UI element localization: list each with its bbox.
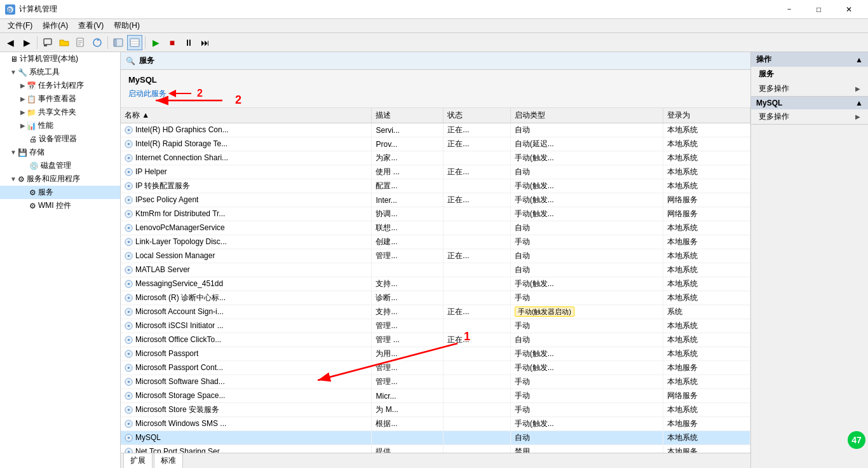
service-startup: 自动 [510, 123, 663, 137]
sidebar-services-label: 服务 [38, 187, 53, 198]
wmi-icon: ⚙ [29, 202, 36, 210]
service-startup: 自动 [510, 165, 663, 179]
menu-help[interactable]: 帮助(H) [109, 19, 145, 32]
sidebar-item-computer[interactable]: 🖥 计算机管理(本地) [0, 52, 120, 65]
sidebar-item-wmi[interactable]: ⚙ WMI 控件 [0, 199, 120, 212]
col-status[interactable]: 状态 [444, 108, 510, 123]
right-item-more-actions-1[interactable]: 更多操作 ▶ [751, 81, 868, 96]
tree-arrow: ▶ [20, 82, 25, 89]
minimize-button[interactable]: － [775, 0, 803, 19]
table-row[interactable]: Microsoft Account Sign-i...支持...正在...手动(… [121, 305, 750, 319]
table-row[interactable]: Intel(R) Rapid Storage Te...Prov...正在...… [121, 137, 750, 151]
service-name: IP 转换配置服务 [121, 179, 372, 193]
toolbar-folder[interactable] [57, 35, 72, 50]
col-startup[interactable]: 启动类型 [510, 108, 663, 123]
service-name: Net.Tcp Port Sharing Ser... [121, 445, 372, 453]
table-row[interactable]: Microsoft Store 安装服务为 M...手动本地系统 [121, 403, 750, 417]
svg-point-28 [128, 325, 130, 327]
close-button[interactable]: ✕ [834, 0, 863, 19]
svg-point-20 [128, 213, 130, 216]
service-desc: 配置... [372, 179, 444, 193]
right-item-more-actions-2[interactable]: 更多操作 ▶ [751, 109, 868, 124]
window-title: 计算机管理 [19, 4, 57, 15]
toolbar-pause[interactable]: ⏸ [181, 35, 196, 50]
table-row[interactable]: Microsoft Windows SMS ...根据...手动(触发...本地… [121, 417, 750, 431]
service-status: 正在... [444, 137, 510, 151]
search-label: 服务 [139, 55, 154, 66]
tab-extended[interactable]: 扩展 [123, 453, 153, 468]
sidebar-item-disk[interactable]: 💿 磁盘管理 [0, 159, 120, 172]
col-desc[interactable]: 描述 [372, 108, 444, 123]
toolbar-play[interactable]: ▶ [148, 35, 163, 50]
svg-point-22 [128, 241, 130, 244]
table-row[interactable]: MATLAB Server自动本地系统 [121, 263, 750, 277]
table-row[interactable]: IPsec Policy AgentInter...正在...手动(触发...网… [121, 193, 750, 207]
sidebar-item-tasks[interactable]: ▶ 📅 任务计划程序 [0, 79, 120, 92]
menu-action[interactable]: 操作(A) [37, 19, 73, 32]
toolbar-view-list[interactable] [127, 35, 142, 50]
maximize-button[interactable]: □ [804, 0, 833, 19]
service-desc: Servi... [372, 123, 444, 137]
toolbar-sep-2 [107, 36, 108, 49]
table-row[interactable]: MessagingService_451dd支持...手动(触发...本地系统 [121, 277, 750, 291]
table-row[interactable]: Microsoft Passport Cont...管理...手动(触发...本… [121, 361, 750, 375]
menu-view[interactable]: 查看(V) [73, 19, 109, 32]
toolbar-properties[interactable] [73, 35, 88, 50]
service-desc: 为 M... [372, 403, 444, 417]
start-service-link[interactable]: 启动此服务 [128, 88, 166, 99]
toolbar-refresh[interactable] [90, 35, 105, 50]
service-startup: 自动(延迟... [510, 137, 663, 151]
service-startup: 自动 [510, 431, 663, 445]
service-login: 本地服务 [663, 445, 750, 453]
table-row[interactable]: Microsoft Software Shad...管理...手动本地系统 [121, 375, 750, 389]
table-row[interactable]: Local Session Manager管理...正在...自动本地系统 [121, 249, 750, 263]
toolbar-back[interactable]: ◀ [3, 35, 18, 50]
table-row[interactable]: Internet Connection Shari...为家...手动(触发..… [121, 151, 750, 165]
sidebar-section-storage[interactable]: ▼ 💾 存储 [0, 146, 120, 159]
table-row[interactable]: Microsoft iSCSI Initiator ...管理...手动本地系统 [121, 319, 750, 333]
tab-standard[interactable]: 标准 [154, 453, 183, 468]
service-status: 正在... [444, 123, 510, 137]
table-row[interactable]: KtmRm for Distributed Tr...协调...手动(触发...… [121, 207, 750, 221]
table-row[interactable]: Microsoft Passport为用...手动(触发...本地系统 [121, 347, 750, 361]
service-desc: Micr... [372, 389, 444, 403]
collapse-icon-2: ▲ [855, 99, 863, 107]
table-row[interactable]: Intel(R) HD Graphics Con...Servi...正在...… [121, 123, 750, 137]
table-row[interactable]: Microsoft Storage Space...Micr...手动网络服务 [121, 389, 750, 403]
right-item-services[interactable]: 服务 [751, 67, 868, 81]
service-status [444, 319, 510, 333]
sidebar-section-tools[interactable]: ▼ 🔧 系统工具 [0, 65, 120, 79]
sidebar-item-shared[interactable]: ▶ 📁 共享文件夹 [0, 106, 120, 119]
table-row[interactable]: Link-Layer Topology Disc...创建...手动本地服务 [121, 235, 750, 249]
table-row[interactable]: IP 转换配置服务配置...手动(触发...本地系统 [121, 179, 750, 193]
toolbar-restart[interactable]: ⏭ [198, 35, 213, 50]
toolbar-forward[interactable]: ▶ [19, 35, 34, 50]
service-login: 本地系统 [663, 123, 750, 137]
service-desc: 为家... [372, 151, 444, 165]
service-name: Microsoft Passport [121, 347, 372, 361]
right-section-mysql: MySQL ▲ 更多操作 ▶ [751, 97, 868, 125]
sidebar-item-services[interactable]: ⚙ 服务 [0, 186, 120, 199]
sidebar-item-perf[interactable]: ▶ 📊 性能 [0, 119, 120, 132]
table-row[interactable]: LenovoPcManagerService联想...自动本地系统 [121, 221, 750, 235]
col-name[interactable]: 名称 ▲ [121, 108, 372, 123]
service-startup: 自动 [510, 249, 663, 263]
sidebar-section-svcapp[interactable]: ▼ ⚙ 服务和应用程序 [0, 172, 120, 186]
table-row[interactable]: Microsoft Office ClickTo...管理 ...正在...自动… [121, 333, 750, 347]
service-login: 本地系统 [663, 431, 750, 445]
table-row[interactable]: IP Helper使用 ...正在...自动本地系统 [121, 165, 750, 179]
service-login: 本地系统 [663, 263, 750, 277]
service-name: Intel(R) HD Graphics Con... [121, 123, 372, 137]
toolbar-stop[interactable]: ■ [165, 35, 180, 50]
sidebar-item-events[interactable]: ▶ 📋 事件查看器 [0, 92, 120, 106]
toolbar-up[interactable] [40, 35, 55, 50]
table-row[interactable]: MySQL自动本地系统 [121, 431, 750, 445]
menu-file[interactable]: 文件(F) [3, 19, 37, 32]
service-name: MySQL [121, 431, 372, 445]
table-row[interactable]: Net.Tcp Port Sharing Ser...提供...禁用本地服务 [121, 445, 750, 453]
sidebar-tools-label: 系统工具 [29, 67, 60, 78]
col-login[interactable]: 登录为 [663, 108, 750, 123]
sidebar-item-devmgr[interactable]: 🖨 设备管理器 [0, 132, 120, 146]
toolbar-show-hide[interactable] [111, 35, 126, 50]
table-row[interactable]: Microsoft (R) 诊断中心标...诊断...手动本地系统 [121, 291, 750, 305]
